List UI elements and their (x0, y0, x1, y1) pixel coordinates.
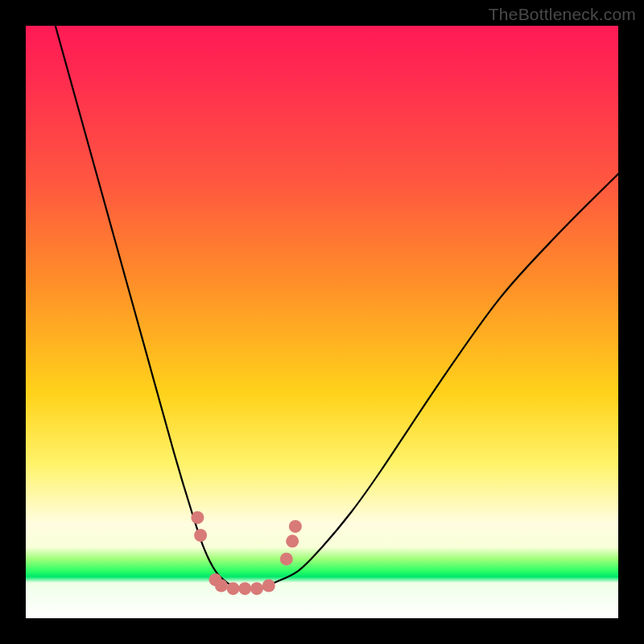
data-marker (250, 582, 263, 595)
data-marker (191, 511, 204, 524)
data-marker (227, 582, 240, 595)
data-marker (238, 582, 251, 595)
data-marker (286, 535, 299, 547)
chart-frame: TheBottleneck.com (0, 0, 644, 644)
watermark-text: TheBottleneck.com (489, 5, 636, 24)
data-marker (280, 552, 293, 565)
bottleneck-curve-path (56, 26, 618, 589)
data-marker (262, 580, 275, 592)
marker-group (191, 511, 302, 595)
data-marker (289, 520, 302, 533)
data-marker (194, 529, 207, 542)
data-marker (215, 580, 228, 592)
bottleneck-curve-svg (26, 26, 618, 618)
plot-area (26, 26, 618, 618)
